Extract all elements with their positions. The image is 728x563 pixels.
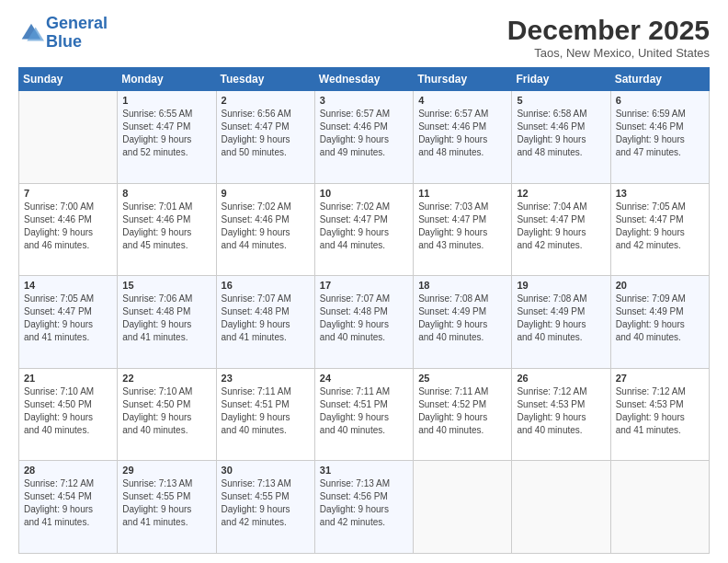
calendar-cell: 2Sunrise: 6:56 AMSunset: 4:47 PMDaylight… [216,91,314,184]
calendar-cell: 31Sunrise: 7:13 AMSunset: 4:56 PMDayligh… [314,461,413,554]
weekday-header-saturday: Saturday [610,68,709,91]
day-info: Sunrise: 7:07 AMSunset: 4:48 PMDaylight:… [320,293,408,344]
day-number: 31 [320,465,408,476]
calendar-cell: 6Sunrise: 6:59 AMSunset: 4:46 PMDaylight… [610,91,709,184]
calendar-cell: 12Sunrise: 7:04 AMSunset: 4:47 PMDayligh… [512,183,610,276]
day-number: 27 [616,373,704,384]
day-info: Sunrise: 7:06 AMSunset: 4:48 PMDaylight:… [122,293,210,344]
logo: General Blue [18,15,108,52]
day-number: 26 [517,373,605,384]
logo-line1: General [46,14,108,32]
calendar-cell: 20Sunrise: 7:09 AMSunset: 4:49 PMDayligh… [610,276,709,369]
logo-line2: Blue [46,32,82,51]
day-number: 19 [517,280,605,291]
day-number: 2 [222,95,310,106]
day-info: Sunrise: 7:02 AMSunset: 4:47 PMDaylight:… [320,201,408,252]
day-info: Sunrise: 6:57 AMSunset: 4:46 PMDaylight:… [320,108,408,159]
calendar-cell: 11Sunrise: 7:03 AMSunset: 4:47 PMDayligh… [414,183,512,276]
calendar-cell: 16Sunrise: 7:07 AMSunset: 4:48 PMDayligh… [216,276,314,369]
day-number: 5 [517,95,605,106]
day-info: Sunrise: 7:13 AMSunset: 4:55 PMDaylight:… [122,477,210,529]
day-number: 21 [24,373,112,384]
day-number: 1 [122,95,210,106]
calendar-cell: 30Sunrise: 7:13 AMSunset: 4:55 PMDayligh… [216,461,314,554]
calendar-cell: 13Sunrise: 7:05 AMSunset: 4:47 PMDayligh… [610,183,709,276]
day-info: Sunrise: 7:04 AMSunset: 4:47 PMDaylight:… [517,201,605,252]
day-info: Sunrise: 7:00 AMSunset: 4:46 PMDaylight:… [24,201,112,252]
calendar-cell: 14Sunrise: 7:05 AMSunset: 4:47 PMDayligh… [19,276,118,369]
day-info: Sunrise: 7:11 AMSunset: 4:52 PMDaylight:… [418,385,506,437]
day-info: Sunrise: 7:03 AMSunset: 4:47 PMDaylight:… [418,201,506,252]
day-info: Sunrise: 7:13 AMSunset: 4:56 PMDaylight:… [320,477,408,529]
day-number: 20 [616,280,704,291]
calendar-cell: 9Sunrise: 7:02 AMSunset: 4:46 PMDaylight… [216,183,314,276]
day-info: Sunrise: 6:59 AMSunset: 4:46 PMDaylight:… [616,108,704,159]
day-number: 25 [418,373,506,384]
day-info: Sunrise: 7:11 AMSunset: 4:51 PMDaylight:… [320,385,408,437]
weekday-header-thursday: Thursday [414,68,512,91]
calendar-week-1: 1Sunrise: 6:55 AMSunset: 4:47 PMDaylight… [19,91,710,184]
calendar-cell: 17Sunrise: 7:07 AMSunset: 4:48 PMDayligh… [314,276,413,369]
calendar-cell: 15Sunrise: 7:06 AMSunset: 4:48 PMDayligh… [118,276,216,369]
calendar-week-2: 7Sunrise: 7:00 AMSunset: 4:46 PMDaylight… [19,183,710,276]
day-info: Sunrise: 7:08 AMSunset: 4:49 PMDaylight:… [517,293,605,344]
day-number: 17 [320,280,408,291]
page: General Blue December 2025 Taos, New Mex… [0,0,728,563]
calendar-cell: 3Sunrise: 6:57 AMSunset: 4:46 PMDaylight… [314,91,413,184]
day-number: 6 [616,95,704,106]
day-number: 22 [122,373,210,384]
day-number: 10 [320,188,408,199]
calendar-cell: 1Sunrise: 6:55 AMSunset: 4:47 PMDaylight… [118,91,216,184]
day-number: 16 [222,280,310,291]
calendar-cell: 26Sunrise: 7:12 AMSunset: 4:53 PMDayligh… [512,368,610,461]
day-info: Sunrise: 7:09 AMSunset: 4:49 PMDaylight:… [616,293,704,344]
calendar-table: SundayMondayTuesdayWednesdayThursdayFrid… [18,67,710,554]
header: General Blue December 2025 Taos, New Mex… [18,15,710,60]
day-number: 9 [222,188,310,199]
day-info: Sunrise: 7:10 AMSunset: 4:50 PMDaylight:… [122,385,210,437]
day-info: Sunrise: 7:12 AMSunset: 4:53 PMDaylight:… [517,385,605,437]
day-info: Sunrise: 7:08 AMSunset: 4:49 PMDaylight:… [418,293,506,344]
calendar-header: SundayMondayTuesdayWednesdayThursdayFrid… [19,68,710,91]
day-number: 28 [24,465,112,476]
day-info: Sunrise: 7:07 AMSunset: 4:48 PMDaylight:… [222,293,310,344]
logo-text: General Blue [46,15,108,52]
weekday-header-wednesday: Wednesday [314,68,413,91]
calendar-week-3: 14Sunrise: 7:05 AMSunset: 4:47 PMDayligh… [19,276,710,369]
day-number: 11 [418,188,506,199]
weekday-header-friday: Friday [512,68,610,91]
calendar-cell: 4Sunrise: 6:57 AMSunset: 4:46 PMDaylight… [414,91,512,184]
day-number: 8 [122,188,210,199]
day-number: 7 [24,188,112,199]
day-info: Sunrise: 6:58 AMSunset: 4:46 PMDaylight:… [517,108,605,159]
weekday-header-tuesday: Tuesday [216,68,314,91]
calendar-cell: 5Sunrise: 6:58 AMSunset: 4:46 PMDaylight… [512,91,610,184]
day-info: Sunrise: 7:05 AMSunset: 4:47 PMDaylight:… [24,293,112,344]
logo-icon [18,20,44,46]
day-info: Sunrise: 7:05 AMSunset: 4:47 PMDaylight:… [616,201,704,252]
day-info: Sunrise: 6:55 AMSunset: 4:47 PMDaylight:… [122,108,210,159]
day-number: 3 [320,95,408,106]
day-info: Sunrise: 7:12 AMSunset: 4:54 PMDaylight:… [24,477,112,529]
title-block: December 2025 Taos, New Mexico, United S… [507,15,710,60]
calendar-cell [414,461,512,554]
main-title: December 2025 [507,15,710,46]
day-info: Sunrise: 7:01 AMSunset: 4:46 PMDaylight:… [122,201,210,252]
day-info: Sunrise: 7:12 AMSunset: 4:53 PMDaylight:… [616,385,704,437]
calendar-cell: 22Sunrise: 7:10 AMSunset: 4:50 PMDayligh… [118,368,216,461]
calendar-cell: 7Sunrise: 7:00 AMSunset: 4:46 PMDaylight… [19,183,118,276]
calendar-cell: 21Sunrise: 7:10 AMSunset: 4:50 PMDayligh… [19,368,118,461]
weekday-header-row: SundayMondayTuesdayWednesdayThursdayFrid… [19,68,710,91]
calendar-cell: 24Sunrise: 7:11 AMSunset: 4:51 PMDayligh… [314,368,413,461]
day-number: 4 [418,95,506,106]
calendar-cell: 25Sunrise: 7:11 AMSunset: 4:52 PMDayligh… [414,368,512,461]
calendar-cell: 27Sunrise: 7:12 AMSunset: 4:53 PMDayligh… [610,368,709,461]
calendar-cell: 29Sunrise: 7:13 AMSunset: 4:55 PMDayligh… [118,461,216,554]
day-info: Sunrise: 6:56 AMSunset: 4:47 PMDaylight:… [222,108,310,159]
day-number: 12 [517,188,605,199]
day-number: 14 [24,280,112,291]
calendar-cell [610,461,709,554]
calendar-cell: 8Sunrise: 7:01 AMSunset: 4:46 PMDaylight… [118,183,216,276]
calendar-cell [19,91,118,184]
day-number: 30 [222,465,310,476]
